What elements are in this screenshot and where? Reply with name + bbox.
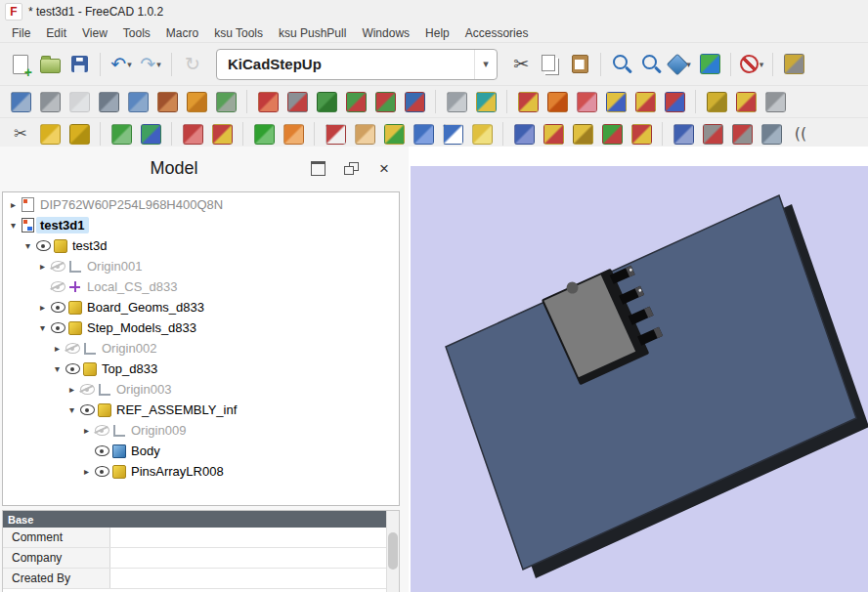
extra-15-button[interactable] (468, 121, 496, 147)
ksu-tool-3-button[interactable] (65, 89, 93, 114)
extra-16-button[interactable] (510, 121, 538, 147)
extra-17-button[interactable] (540, 121, 567, 147)
tree-item-ref-assembly-inf[interactable]: ▾REF_ASSEMBLY_inf (3, 400, 399, 420)
save-button[interactable] (65, 50, 93, 79)
property-value-field[interactable] (110, 548, 387, 568)
extra-12-button[interactable] (380, 121, 408, 147)
ksu-tool-12-button[interactable] (342, 89, 369, 114)
expander-open-icon[interactable]: ▾ (22, 240, 34, 251)
extra-22-button[interactable] (699, 121, 726, 147)
ksu-tool-19-button[interactable] (573, 89, 600, 114)
visibility-toggle[interactable] (49, 322, 66, 333)
extra-13-button[interactable] (410, 121, 437, 147)
tree-item-board-geoms-d833[interactable]: ▸Board_Geoms_d833 (3, 297, 399, 317)
extra-20-button[interactable] (628, 121, 655, 147)
tree-item-pinsarraylr008[interactable]: ▸PinsArrayLR008 (3, 461, 399, 482)
visibility-toggle[interactable] (49, 302, 66, 313)
measure-button[interactable] (780, 50, 807, 79)
cut-button[interactable]: ✂ (507, 50, 535, 79)
ksu-tool-18-button[interactable] (543, 89, 571, 114)
expander-closed-icon[interactable]: ▸ (36, 302, 49, 313)
close-panel-icon[interactable]: × (375, 159, 393, 177)
expander-closed-icon[interactable]: ▸ (80, 466, 93, 477)
expander-open-icon[interactable]: ▾ (65, 404, 78, 415)
menu-ksu-pushpull[interactable]: ksu PushPull (271, 23, 354, 42)
expander-closed-icon[interactable]: ▸ (7, 199, 20, 210)
extra-3-button[interactable] (65, 121, 93, 147)
menu-file[interactable]: File (4, 23, 38, 42)
visibility-toggle[interactable] (93, 425, 110, 436)
menu-macro[interactable]: Macro (158, 23, 206, 42)
ksu-tool-4-button[interactable] (95, 89, 122, 114)
tree-item-origin001[interactable]: ▸Origin001 (3, 256, 399, 276)
ksu-tool-6-button[interactable] (153, 89, 181, 114)
menu-view[interactable]: View (74, 23, 115, 42)
tree-item-step-models-d833[interactable]: ▾Step_Models_d833 (3, 317, 399, 338)
visibility-toggle[interactable] (78, 404, 96, 415)
tree-item-origin003[interactable]: ▸Origin003 (3, 379, 399, 400)
tree-item-origin009[interactable]: ▸Origin009 (3, 420, 399, 441)
ksu-tool-20-button[interactable] (602, 89, 629, 114)
menu-help[interactable]: Help (417, 23, 457, 42)
property-scrollbar-thumb[interactable] (388, 532, 398, 570)
visibility-toggle[interactable] (49, 261, 66, 272)
property-group-base[interactable]: Base (3, 511, 387, 528)
chevron-down-icon[interactable]: ▾ (474, 50, 497, 79)
expander-closed-icon[interactable]: ▸ (51, 343, 64, 354)
extra-18-button[interactable] (569, 121, 596, 147)
ksu-tool-16-button[interactable] (472, 89, 499, 114)
tree-item-local-cs-d833[interactable]: Local_CS_d833 (3, 276, 399, 297)
ksu-tool-23-button[interactable] (703, 89, 730, 114)
redo-button[interactable]: ↷▾ (137, 50, 164, 79)
copy-button[interactable] (537, 50, 564, 79)
ksu-tool-2-button[interactable] (36, 89, 64, 114)
menu-edit[interactable]: Edit (38, 23, 74, 42)
extra-6-button[interactable] (179, 121, 206, 147)
expander-open-icon[interactable]: ▾ (36, 322, 49, 333)
expander-open-icon[interactable]: ▾ (51, 363, 64, 374)
open-document-button[interactable] (36, 50, 64, 79)
menu-tools[interactable]: Tools (115, 23, 158, 42)
ksu-tool-7-button[interactable] (183, 89, 210, 114)
ksu-tool-21-button[interactable] (631, 89, 659, 114)
extra-2-button[interactable] (36, 121, 64, 147)
expander-closed-icon[interactable]: ▸ (80, 425, 93, 436)
ksu-tool-9-button[interactable] (254, 89, 282, 114)
stop-operation-dropdown-arrow-icon[interactable]: ▾ (760, 60, 764, 69)
property-value-field[interactable] (110, 528, 387, 547)
extra-7-button[interactable] (208, 121, 236, 147)
extra-cut-button[interactable]: ✂ (7, 121, 34, 147)
tree-item-body[interactable]: Body (3, 441, 399, 461)
extra-25-button[interactable]: (( (787, 121, 814, 147)
ksu-tool-8-button[interactable] (212, 89, 239, 114)
ksu-tool-17-button[interactable] (514, 89, 542, 114)
menu-accessories[interactable]: Accessories (457, 23, 537, 42)
extra-24-button[interactable] (758, 121, 785, 147)
workbench-selector[interactable]: KiCadStepUp ▾ (216, 49, 498, 80)
float-panel-icon[interactable] (342, 159, 360, 177)
zoom-selection-button[interactable] (637, 50, 665, 79)
visibility-toggle[interactable] (93, 445, 110, 456)
extra-23-button[interactable] (728, 121, 756, 147)
dock-panel-icon[interactable] (309, 159, 326, 177)
ksu-tool-25-button[interactable] (761, 89, 789, 114)
stop-operation-button[interactable]: ▾ (738, 50, 765, 79)
undo-dropdown-arrow-icon[interactable]: ▾ (127, 60, 132, 69)
zoom-fit-all-button[interactable] (608, 50, 635, 79)
property-scrollbar[interactable] (386, 511, 399, 592)
expander-closed-icon[interactable]: ▸ (36, 261, 49, 272)
undo-button[interactable]: ↶▾ (108, 50, 135, 79)
visibility-toggle[interactable] (64, 363, 81, 374)
view-sync-button[interactable] (696, 50, 723, 79)
visibility-toggle[interactable] (78, 384, 96, 395)
axonometric-view-button[interactable]: ▾ (667, 50, 694, 79)
3d-viewport[interactable] (411, 166, 868, 592)
ksu-tool-14-button[interactable] (401, 89, 428, 114)
visibility-toggle[interactable] (93, 466, 110, 477)
menu-windows[interactable]: Windows (354, 23, 417, 42)
paste-button[interactable] (566, 50, 593, 79)
tree-item-top-d833[interactable]: ▾Top_d833 (3, 359, 399, 379)
ksu-tool-10-button[interactable] (283, 89, 311, 114)
ksu-tool-13-button[interactable] (371, 89, 399, 114)
expander-open-icon[interactable]: ▾ (7, 220, 20, 231)
